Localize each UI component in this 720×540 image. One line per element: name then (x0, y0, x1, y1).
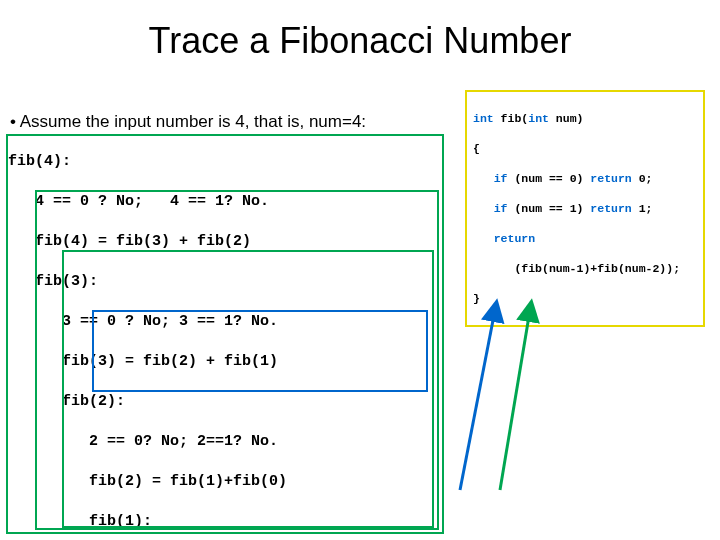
trace-block: fib(4): 4 == 0 ? No; 4 == 1? No. fib(4) … (8, 132, 332, 540)
trace-line: fib(2) = fib(1)+fib(0) (8, 472, 332, 492)
trace-line: fib(3) = fib(2) + fib(1) (8, 352, 332, 372)
slide-title: Trace a Fibonacci Number (0, 0, 720, 62)
trace-line: fib(4) = fib(3) + fib(2) (8, 232, 332, 252)
code-line: if (num == 0) return 0; (473, 171, 697, 186)
code-line: { (473, 141, 697, 156)
trace-line: fib(3): (8, 272, 332, 292)
trace-line: fib(1): (8, 512, 332, 532)
code-line: (fib(num-1)+fib(num-2)); (473, 261, 697, 276)
code-line: int fib(int num) (473, 111, 697, 126)
svg-line-1 (460, 310, 495, 490)
trace-line: 3 == 0 ? No; 3 == 1? No. (8, 312, 332, 332)
trace-line: fib(2): (8, 392, 332, 412)
code-definition: int fib(int num) { if (num == 0) return … (465, 90, 705, 327)
bullet-intro: • Assume the input number is 4, that is,… (10, 112, 366, 132)
trace-line: 2 == 0? No; 2==1? No. (8, 432, 332, 452)
return-arrow-blue (440, 300, 520, 500)
code-line: if (num == 1) return 1; (473, 201, 697, 216)
trace-line: 4 == 0 ? No; 4 == 1? No. (8, 192, 332, 212)
code-line: return (473, 231, 697, 246)
trace-line: fib(4): (8, 152, 332, 172)
